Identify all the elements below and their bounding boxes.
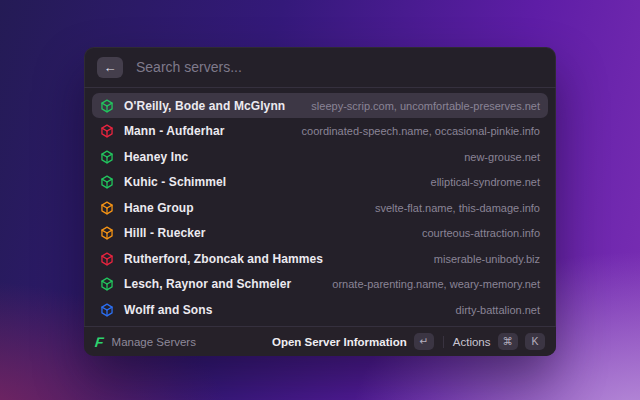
cube-icon xyxy=(100,303,114,317)
cube-icon xyxy=(100,252,114,266)
cube-icon xyxy=(100,150,114,164)
server-domains: courteous-attraction.info xyxy=(422,227,540,239)
server-list-item[interactable]: Kuhic - Schimmel elliptical-syndrome.net xyxy=(92,170,548,195)
server-domains: new-grouse.net xyxy=(464,151,540,163)
search-bar: ← xyxy=(84,47,556,88)
cube-icon xyxy=(100,226,114,240)
server-list-item[interactable]: Rutherford, Zboncak and Hammes miserable… xyxy=(92,246,548,271)
server-name: O'Reilly, Bode and McGlynn xyxy=(124,99,285,113)
server-list-item[interactable]: Hilll - Ruecker courteous-attraction.inf… xyxy=(92,221,548,246)
open-server-information-button[interactable]: Open Server Information xyxy=(272,336,407,348)
actions-button[interactable]: Actions xyxy=(453,336,491,348)
server-name: Lesch, Raynor and Schmeler xyxy=(124,277,291,291)
cube-icon xyxy=(100,124,114,138)
arrow-left-icon: ← xyxy=(104,61,117,74)
server-name: Rutherford, Zboncak and Hammes xyxy=(124,252,323,266)
search-input[interactable] xyxy=(134,58,543,76)
server-domains: miserable-unibody.biz xyxy=(434,253,540,265)
server-domains: elliptical-syndrome.net xyxy=(431,176,540,188)
server-list: O'Reilly, Bode and McGlynn sleepy-scrip.… xyxy=(84,88,556,326)
server-domains: dirty-battalion.net xyxy=(456,304,540,316)
server-list-item[interactable]: Mann - Aufderhar coordinated-speech.name… xyxy=(92,119,548,144)
back-button[interactable]: ← xyxy=(97,57,123,78)
server-list-item[interactable]: O'Reilly, Bode and McGlynn sleepy-scrip.… xyxy=(92,93,548,118)
cube-icon xyxy=(100,277,114,291)
manage-servers-label: Manage Servers xyxy=(112,336,196,348)
desktop-background: ← O'Reilly, Bode and McGlynn sleepy-scri… xyxy=(0,0,640,400)
server-name: Heaney Inc xyxy=(124,150,188,164)
cube-icon xyxy=(100,201,114,215)
server-domains: sleepy-scrip.com, uncomfortable-preserve… xyxy=(311,100,540,112)
enter-key-badge: ↵ xyxy=(414,333,434,350)
server-list-item[interactable]: Wolff and Sons dirty-battalion.net xyxy=(92,297,548,322)
footer-bar: F Manage Servers Open Server Information… xyxy=(84,326,556,356)
brand-f-logo: F xyxy=(94,335,104,349)
server-list-item[interactable]: Heaney Inc new-grouse.net xyxy=(92,144,548,169)
server-name: Hilll - Ruecker xyxy=(124,226,206,240)
server-domains: svelte-flat.name, this-damage.info xyxy=(375,202,540,214)
command-key-badge: ⌘ xyxy=(498,333,519,350)
server-list-item[interactable]: Lesch, Raynor and Schmeler ornate-parent… xyxy=(92,272,548,297)
server-name: Mann - Aufderhar xyxy=(124,124,225,138)
cube-icon xyxy=(100,99,114,113)
server-name: Hane Group xyxy=(124,201,194,215)
k-key-badge: K xyxy=(525,333,545,350)
server-name: Wolff and Sons xyxy=(124,303,213,317)
server-list-item[interactable]: Hane Group svelte-flat.name, this-damage… xyxy=(92,195,548,220)
server-search-palette: ← O'Reilly, Bode and McGlynn sleepy-scri… xyxy=(84,47,556,356)
cube-icon xyxy=(100,175,114,189)
server-domains: ornate-parenting.name, weary-memory.net xyxy=(332,278,540,290)
footer-divider xyxy=(443,336,444,348)
footer-actions: Open Server Information ↵ Actions ⌘ K xyxy=(272,333,545,350)
server-domains: coordinated-speech.name, occasional-pink… xyxy=(302,125,540,137)
server-name: Kuhic - Schimmel xyxy=(124,175,226,189)
